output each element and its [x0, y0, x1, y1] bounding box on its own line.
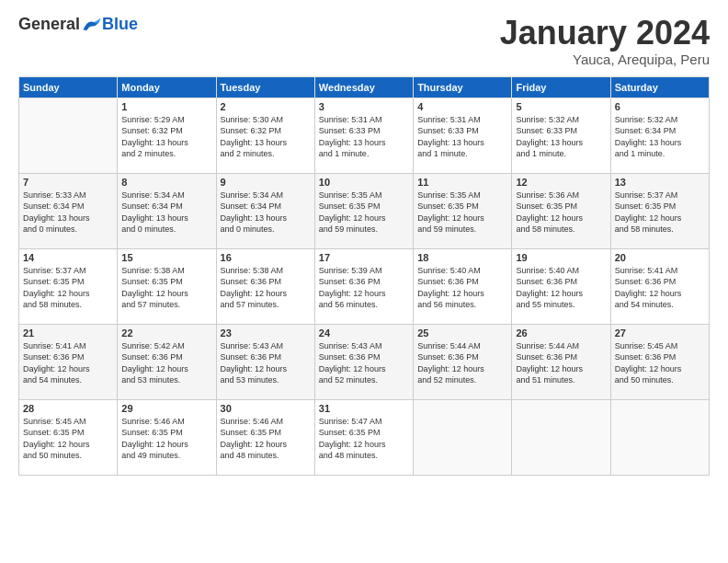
calendar-cell: 27Sunrise: 5:45 AM Sunset: 6:36 PM Dayli… — [610, 324, 709, 399]
day-number: 25 — [417, 327, 507, 339]
logo: General Blue — [18, 15, 138, 34]
day-info: Sunrise: 5:40 AM Sunset: 6:36 PM Dayligh… — [516, 265, 606, 311]
calendar-cell: 23Sunrise: 5:43 AM Sunset: 6:36 PM Dayli… — [216, 324, 314, 399]
day-number: 24 — [319, 327, 409, 339]
location: Yauca, Arequipa, Peru — [500, 52, 710, 67]
calendar: SundayMondayTuesdayWednesdayThursdayFrid… — [18, 76, 710, 476]
day-number: 15 — [121, 252, 211, 263]
day-number: 29 — [121, 403, 211, 414]
day-info: Sunrise: 5:44 AM Sunset: 6:36 PM Dayligh… — [516, 340, 606, 386]
day-number: 21 — [23, 327, 113, 339]
day-number: 17 — [319, 252, 409, 263]
day-info: Sunrise: 5:35 AM Sunset: 6:35 PM Dayligh… — [417, 190, 507, 236]
column-header-sunday: Sunday — [19, 76, 118, 98]
day-info: Sunrise: 5:37 AM Sunset: 6:35 PM Dayligh… — [615, 190, 705, 236]
day-info: Sunrise: 5:45 AM Sunset: 6:36 PM Dayligh… — [615, 340, 705, 386]
calendar-cell: 20Sunrise: 5:41 AM Sunset: 6:36 PM Dayli… — [610, 248, 709, 324]
week-row-3: 14Sunrise: 5:37 AM Sunset: 6:35 PM Dayli… — [19, 248, 710, 324]
calendar-cell — [414, 399, 512, 475]
calendar-cell: 13Sunrise: 5:37 AM Sunset: 6:35 PM Dayli… — [610, 173, 709, 248]
calendar-cell: 14Sunrise: 5:37 AM Sunset: 6:35 PM Dayli… — [19, 248, 118, 324]
calendar-cell: 26Sunrise: 5:44 AM Sunset: 6:36 PM Dayli… — [512, 324, 610, 399]
calendar-cell: 4Sunrise: 5:31 AM Sunset: 6:33 PM Daylig… — [414, 98, 512, 173]
title-section: January 2024 Yauca, Arequipa, Peru — [500, 15, 710, 67]
week-row-4: 21Sunrise: 5:41 AM Sunset: 6:36 PM Dayli… — [19, 324, 710, 399]
day-number: 23 — [221, 327, 311, 339]
day-number: 8 — [121, 177, 211, 188]
calendar-cell: 16Sunrise: 5:38 AM Sunset: 6:36 PM Dayli… — [216, 248, 314, 324]
day-number: 26 — [516, 327, 606, 339]
week-row-1: 1Sunrise: 5:29 AM Sunset: 6:32 PM Daylig… — [19, 98, 710, 173]
logo-top: General Blue — [18, 15, 138, 34]
day-info: Sunrise: 5:38 AM Sunset: 6:35 PM Dayligh… — [121, 265, 211, 311]
calendar-cell: 31Sunrise: 5:47 AM Sunset: 6:35 PM Dayli… — [314, 399, 413, 475]
bird-icon — [82, 17, 102, 33]
calendar-cell: 30Sunrise: 5:46 AM Sunset: 6:35 PM Dayli… — [216, 399, 314, 475]
day-number: 30 — [221, 403, 311, 414]
calendar-cell — [512, 399, 610, 475]
day-number: 28 — [23, 403, 113, 414]
day-info: Sunrise: 5:31 AM Sunset: 6:33 PM Dayligh… — [417, 114, 507, 160]
day-info: Sunrise: 5:41 AM Sunset: 6:36 PM Dayligh… — [615, 265, 705, 311]
calendar-cell — [610, 399, 709, 475]
calendar-cell: 10Sunrise: 5:35 AM Sunset: 6:35 PM Dayli… — [314, 173, 413, 248]
day-info: Sunrise: 5:30 AM Sunset: 6:32 PM Dayligh… — [221, 114, 311, 160]
day-info: Sunrise: 5:34 AM Sunset: 6:34 PM Dayligh… — [121, 190, 211, 236]
day-number: 16 — [221, 252, 311, 263]
day-number: 4 — [417, 101, 507, 112]
column-header-wednesday: Wednesday — [314, 76, 413, 98]
column-header-friday: Friday — [512, 76, 610, 98]
day-number: 3 — [319, 101, 409, 112]
calendar-cell: 1Sunrise: 5:29 AM Sunset: 6:32 PM Daylig… — [118, 98, 216, 173]
column-header-monday: Monday — [118, 76, 216, 98]
day-number: 10 — [319, 177, 409, 188]
calendar-cell: 6Sunrise: 5:32 AM Sunset: 6:34 PM Daylig… — [610, 98, 709, 173]
day-number: 11 — [417, 177, 507, 188]
day-info: Sunrise: 5:40 AM Sunset: 6:36 PM Dayligh… — [417, 265, 507, 311]
day-number: 31 — [319, 403, 409, 414]
column-header-saturday: Saturday — [610, 76, 709, 98]
day-number: 18 — [417, 252, 507, 263]
month-title: January 2024 — [500, 15, 710, 52]
day-number: 20 — [615, 252, 705, 263]
day-info: Sunrise: 5:42 AM Sunset: 6:36 PM Dayligh… — [121, 340, 211, 386]
week-row-5: 28Sunrise: 5:45 AM Sunset: 6:35 PM Dayli… — [19, 399, 710, 475]
day-info: Sunrise: 5:39 AM Sunset: 6:36 PM Dayligh… — [319, 265, 409, 311]
day-number: 5 — [516, 101, 606, 112]
day-info: Sunrise: 5:43 AM Sunset: 6:36 PM Dayligh… — [319, 340, 409, 386]
day-info: Sunrise: 5:41 AM Sunset: 6:36 PM Dayligh… — [23, 340, 113, 386]
calendar-cell: 17Sunrise: 5:39 AM Sunset: 6:36 PM Dayli… — [314, 248, 413, 324]
day-info: Sunrise: 5:38 AM Sunset: 6:36 PM Dayligh… — [221, 265, 311, 311]
day-number: 19 — [516, 252, 606, 263]
header: General Blue January 2024 Yauca, Arequip… — [18, 15, 710, 67]
day-info: Sunrise: 5:33 AM Sunset: 6:34 PM Dayligh… — [23, 190, 113, 236]
day-info: Sunrise: 5:47 AM Sunset: 6:35 PM Dayligh… — [319, 416, 409, 462]
day-info: Sunrise: 5:32 AM Sunset: 6:33 PM Dayligh… — [516, 114, 606, 160]
calendar-cell: 5Sunrise: 5:32 AM Sunset: 6:33 PM Daylig… — [512, 98, 610, 173]
day-info: Sunrise: 5:36 AM Sunset: 6:35 PM Dayligh… — [516, 190, 606, 236]
day-info: Sunrise: 5:31 AM Sunset: 6:33 PM Dayligh… — [319, 114, 409, 160]
logo-blue-text: Blue — [102, 15, 138, 34]
week-row-2: 7Sunrise: 5:33 AM Sunset: 6:34 PM Daylig… — [19, 173, 710, 248]
day-info: Sunrise: 5:44 AM Sunset: 6:36 PM Dayligh… — [417, 340, 507, 386]
day-number: 27 — [615, 327, 705, 339]
day-info: Sunrise: 5:32 AM Sunset: 6:34 PM Dayligh… — [615, 114, 705, 160]
calendar-cell: 2Sunrise: 5:30 AM Sunset: 6:32 PM Daylig… — [216, 98, 314, 173]
day-info: Sunrise: 5:34 AM Sunset: 6:34 PM Dayligh… — [221, 190, 311, 236]
day-number: 12 — [516, 177, 606, 188]
calendar-cell — [19, 98, 118, 173]
calendar-cell: 3Sunrise: 5:31 AM Sunset: 6:33 PM Daylig… — [314, 98, 413, 173]
logo-general-text: General — [18, 15, 80, 34]
calendar-cell: 21Sunrise: 5:41 AM Sunset: 6:36 PM Dayli… — [19, 324, 118, 399]
page: General Blue January 2024 Yauca, Arequip… — [0, 0, 728, 563]
calendar-cell: 25Sunrise: 5:44 AM Sunset: 6:36 PM Dayli… — [414, 324, 512, 399]
day-info: Sunrise: 5:29 AM Sunset: 6:32 PM Dayligh… — [121, 114, 211, 160]
calendar-cell: 11Sunrise: 5:35 AM Sunset: 6:35 PM Dayli… — [414, 173, 512, 248]
day-info: Sunrise: 5:46 AM Sunset: 6:35 PM Dayligh… — [221, 416, 311, 462]
calendar-cell: 15Sunrise: 5:38 AM Sunset: 6:35 PM Dayli… — [118, 248, 216, 324]
day-info: Sunrise: 5:37 AM Sunset: 6:35 PM Dayligh… — [23, 265, 113, 311]
day-number: 7 — [23, 177, 113, 188]
column-header-thursday: Thursday — [414, 76, 512, 98]
calendar-cell: 9Sunrise: 5:34 AM Sunset: 6:34 PM Daylig… — [216, 173, 314, 248]
calendar-cell: 12Sunrise: 5:36 AM Sunset: 6:35 PM Dayli… — [512, 173, 610, 248]
